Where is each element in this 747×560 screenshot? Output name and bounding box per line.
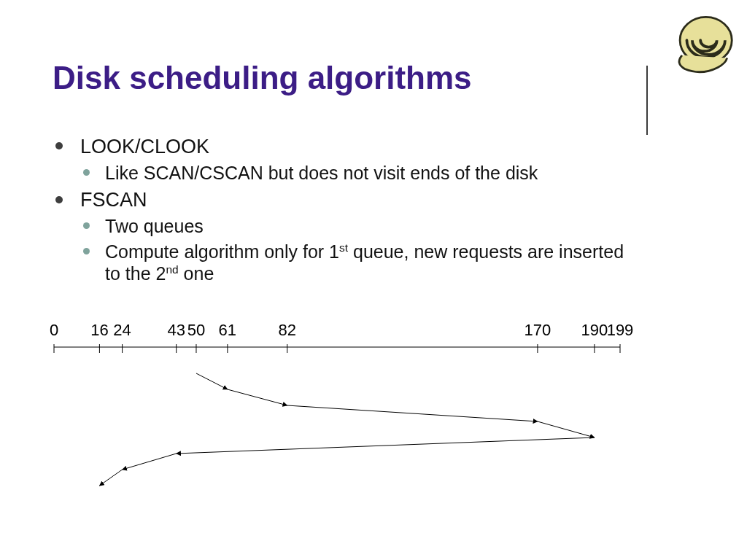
sub-bullet: Like SCAN/CSCAN but does not visit ends … xyxy=(80,162,643,184)
sup: nd xyxy=(166,263,178,276)
seek-segment xyxy=(99,470,122,486)
axis-tick-label: 0 xyxy=(50,321,58,340)
seek-segment xyxy=(538,421,595,438)
sub-text-part: one xyxy=(179,263,214,284)
sub-bullet: Compute algorithm only for 1st queue, ne… xyxy=(80,241,643,285)
axis-tick-label: 50 xyxy=(187,321,205,340)
axis-tick-label: 43 xyxy=(167,321,185,340)
slide: Disk scheduling algorithms LOOK/CLOOK Li… xyxy=(0,0,747,560)
axis-tick-label: 16 xyxy=(90,321,108,340)
sub-text: Like SCAN/CSCAN but does not visit ends … xyxy=(105,163,538,183)
axis-tick-label: 190 xyxy=(581,321,608,340)
sub-bullet: Two queues xyxy=(80,215,643,238)
bullet-fscan: FSCAN Two queues Compute algorithm only … xyxy=(53,188,643,284)
seek-segment xyxy=(287,405,538,421)
seek-segment xyxy=(177,438,595,454)
sub-list: Like SCAN/CSCAN but does not visit ends … xyxy=(80,162,643,184)
seek-segment xyxy=(228,389,287,405)
bullet-text: FSCAN xyxy=(80,189,147,211)
sup: st xyxy=(339,241,348,254)
sub-text-part: Compute algorithm only for 1 xyxy=(105,241,339,262)
slide-title: Disk scheduling algorithms xyxy=(53,60,472,96)
sub-list: Two queues Compute algorithm only for 1s… xyxy=(80,215,643,285)
seek-segment xyxy=(196,373,228,389)
bullet-look-clook: LOOK/CLOOK Like SCAN/CSCAN but does not … xyxy=(53,135,643,184)
axis-tick-label: 170 xyxy=(525,321,551,340)
bullet-text: LOOK/CLOOK xyxy=(80,136,209,158)
axis-tick-label: 199 xyxy=(607,321,634,340)
axis-tick-label: 82 xyxy=(279,321,296,340)
disk-seek-chart: 0162443506182170190199 xyxy=(45,321,629,510)
axis-tick-label: 24 xyxy=(113,321,131,340)
sub-text: Two queues xyxy=(105,216,204,236)
axis-tick-label: 61 xyxy=(219,321,236,340)
title-divider xyxy=(646,66,648,135)
seek-segment xyxy=(123,454,177,470)
content-area: LOOK/CLOOK Like SCAN/CSCAN but does not … xyxy=(53,135,643,289)
chart-svg xyxy=(45,344,629,512)
bullet-list: LOOK/CLOOK Like SCAN/CSCAN but does not … xyxy=(53,135,643,285)
snail-logo xyxy=(668,10,737,74)
